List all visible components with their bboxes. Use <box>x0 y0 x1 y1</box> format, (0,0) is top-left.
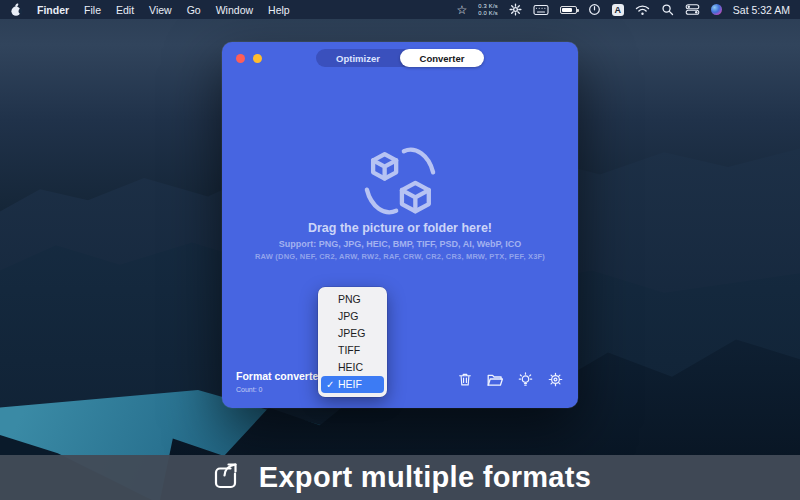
input-source-icon[interactable]: A <box>612 4 624 16</box>
menu-finder[interactable]: Finder <box>37 4 69 16</box>
caption-text: Export multiple formats <box>259 461 591 494</box>
dropzone-headline: Drag the picture or folder here! <box>222 221 578 235</box>
tab-converter[interactable]: Converter <box>400 49 484 67</box>
menubar-clock[interactable]: Sat 5:32 AM <box>733 4 790 16</box>
star-icon[interactable]: ☆ <box>457 4 468 16</box>
settings-gear-button[interactable] <box>547 371 564 388</box>
export-share-icon <box>209 461 239 495</box>
convert-cubes-icon <box>352 144 448 222</box>
menu-window[interactable]: Window <box>216 4 253 16</box>
format-popup-menu: PNG JPG JPEG TIFF HEIC ✓ HEIF <box>318 287 387 397</box>
apple-menu-icon[interactable] <box>10 3 22 17</box>
format-option-jpg[interactable]: JPG <box>321 308 384 325</box>
network-speed-indicator[interactable]: 0.3 K/s 0.0 K/s <box>478 3 497 16</box>
tab-optimizer[interactable]: Optimizer <box>316 49 400 67</box>
format-option-heif-label: HEIF <box>338 378 362 390</box>
menu-edit[interactable]: Edit <box>116 4 134 16</box>
menu-help[interactable]: Help <box>268 4 290 16</box>
dropzone-raw-formats: RAW (DNG, NEF, CR2, ARW, RW2, RAF, CRW, … <box>222 252 578 261</box>
open-folder-button[interactable] <box>486 372 504 388</box>
dropzone-supported-formats: Support: PNG, JPG, HEIC, BMP, TIFF, PSD,… <box>222 239 578 249</box>
menu-file[interactable]: File <box>84 4 101 16</box>
caption-banner: Export multiple formats <box>0 455 800 500</box>
format-option-jpeg[interactable]: JPEG <box>321 325 384 342</box>
drop-zone[interactable]: Drag the picture or folder here! Support… <box>222 68 578 362</box>
flower-menu-icon[interactable] <box>509 3 522 16</box>
window-controls <box>236 54 262 63</box>
format-option-heif-selected[interactable]: ✓ HEIF <box>321 376 384 393</box>
battery-icon[interactable] <box>560 6 577 14</box>
menubar: Finder File Edit View Go Window Help ☆ 0… <box>0 0 800 19</box>
keyboard-icon[interactable] <box>533 4 549 16</box>
status-circle-icon[interactable] <box>588 3 601 16</box>
format-option-tiff[interactable]: TIFF <box>321 342 384 359</box>
siri-icon[interactable] <box>711 4 722 15</box>
checkmark-icon: ✓ <box>326 376 334 393</box>
minimize-button[interactable] <box>253 54 262 63</box>
control-center-icon[interactable] <box>685 3 700 16</box>
trash-button[interactable] <box>457 371 473 388</box>
window-footer: Format converted to: Count: 0 <box>222 370 578 398</box>
network-speed-down: 0.0 K/s <box>478 10 497 16</box>
menu-go[interactable]: Go <box>187 4 201 16</box>
format-option-png[interactable]: PNG <box>321 291 384 308</box>
converter-app-window: Optimizer Converter Drag the picture or … <box>222 42 578 408</box>
spotlight-search-icon[interactable] <box>661 3 674 16</box>
close-button[interactable] <box>236 54 245 63</box>
wifi-icon[interactable] <box>635 4 650 16</box>
tips-lightbulb-button[interactable] <box>517 371 534 388</box>
menu-view[interactable]: View <box>149 4 172 16</box>
format-option-heic[interactable]: HEIC <box>321 359 384 376</box>
mode-segmented-control: Optimizer Converter <box>316 49 484 67</box>
